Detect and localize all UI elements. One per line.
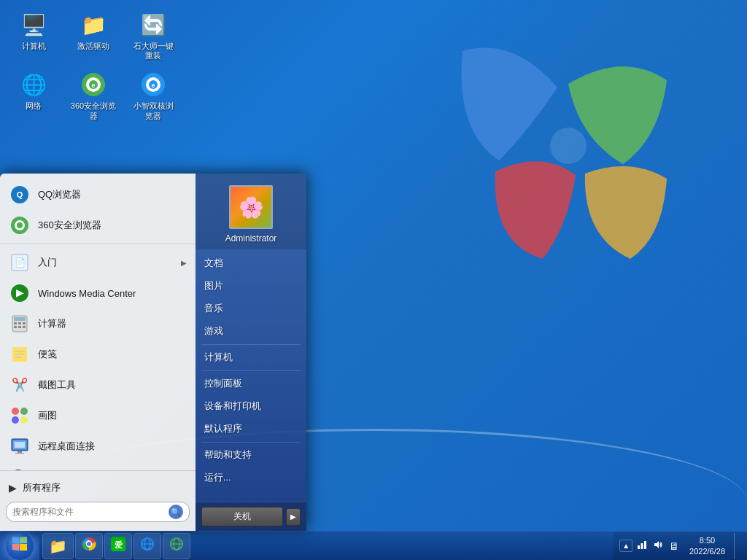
- network-tray-icon[interactable]: [635, 538, 649, 553]
- wmc-label: Windows Media Center: [38, 288, 187, 299]
- 360browser-icon: e: [79, 70, 108, 99]
- desktop-icon-reinstall[interactable]: 🔄 石大师一键重装: [127, 7, 179, 63]
- svg-text:▶: ▶: [16, 287, 24, 298]
- computer-icon: 🖥️: [19, 10, 48, 39]
- right-menu-music[interactable]: 音乐: [196, 298, 306, 320]
- menu-item-magnifier[interactable]: 放大镜: [0, 462, 196, 470]
- start-menu: Q QQ浏览器 360安全浏览器: [0, 174, 306, 531]
- all-programs-label: 所有程序: [23, 481, 61, 494]
- wmc-icon: ▶: [9, 282, 31, 304]
- intro-arrow: ▶: [181, 259, 187, 267]
- shutdown-button[interactable]: 关机: [201, 507, 283, 526]
- right-divider-3: [201, 442, 301, 443]
- svg-rect-19: [14, 317, 26, 321]
- all-programs-item[interactable]: ▶ 所有程序: [0, 477, 196, 499]
- start-button[interactable]: [0, 532, 39, 561]
- menu-item-wmc[interactable]: ▶ Windows Media Center: [0, 278, 196, 308]
- activate-label: 激活驱动: [77, 42, 109, 51]
- calculator-icon: [9, 313, 31, 335]
- svg-point-31: [12, 408, 19, 415]
- snip-label: 截图工具: [38, 378, 187, 392]
- svg-text:爱: 爱: [115, 540, 123, 549]
- svg-point-0: [550, 128, 587, 164]
- menu-item-qq-browser[interactable]: Q QQ浏览器: [0, 179, 196, 210]
- menu-item-snip[interactable]: ✂️ 截图工具: [0, 370, 196, 400]
- chrome-icon: [82, 537, 96, 555]
- network-icon: 🌐: [19, 70, 48, 99]
- network-label: 网络: [26, 101, 42, 111]
- start-menu-left: Q QQ浏览器 360安全浏览器: [0, 174, 196, 531]
- start-menu-programs: Q QQ浏览器 360安全浏览器: [0, 174, 196, 470]
- menu-item-360browser[interactable]: 360安全浏览器: [0, 210, 196, 241]
- user-name-label: Administrator: [225, 233, 277, 244]
- right-menu-help[interactable]: 帮助和支持: [196, 444, 306, 467]
- tray-expand-button[interactable]: ▲: [619, 540, 632, 552]
- show-desktop-button[interactable]: [734, 533, 741, 559]
- svg-point-32: [20, 408, 28, 415]
- rdp-label: 远程桌面连接: [38, 440, 187, 453]
- start-orb: [6, 532, 34, 560]
- ie1-icon: [140, 537, 155, 555]
- svg-rect-20: [14, 322, 17, 324]
- desktop-icon-row-2: 🌐 网络 e 360安全浏览器: [7, 67, 179, 123]
- search-input[interactable]: [12, 507, 164, 517]
- desktop-icon-row-1: 🖥️ 计算机 📁 激活驱动 🔄 石大师一键重装: [7, 7, 179, 63]
- svg-text:📄: 📄: [15, 257, 26, 268]
- user-avatar[interactable]: 🌸: [229, 185, 273, 229]
- shutdown-options-button[interactable]: ▶: [286, 508, 301, 526]
- activate-icon: 📁: [79, 10, 108, 39]
- desktop-icon-xiaozhi[interactable]: e 小智双核浏览器: [127, 67, 179, 123]
- right-menu-defaults[interactable]: 默认程序: [196, 418, 306, 440]
- menu-item-calculator[interactable]: 计算器: [0, 308, 196, 339]
- right-menu-items: 文档 图片 音乐 游戏 计算机 控制面板: [196, 249, 306, 502]
- search-button[interactable]: 🔍: [169, 505, 183, 519]
- svg-point-13: [17, 222, 23, 228]
- menu-item-notepad[interactable]: 便笺: [0, 339, 196, 370]
- svg-text:✂️: ✂️: [12, 377, 28, 393]
- svg-text:e: e: [91, 82, 95, 89]
- display-tray-icon[interactable]: 🖥: [667, 539, 681, 553]
- search-bar: 🔍: [6, 502, 190, 522]
- qq-browser-icon: Q: [9, 184, 31, 206]
- start-menu-right: 🌸 Administrator 文档 图片 音乐 游戏: [196, 174, 306, 531]
- start-menu-bottom: ▶ 所有程序 🔍: [0, 470, 196, 531]
- svg-point-46: [87, 542, 91, 546]
- clock-time: 8:50: [700, 535, 715, 545]
- shutdown-bar: 关机 ▶: [196, 502, 306, 531]
- rdp-icon: [9, 435, 31, 457]
- right-menu-computer[interactable]: 计算机: [196, 346, 306, 369]
- intro-icon: 📄: [9, 252, 31, 273]
- 360browser-menu-label: 360安全浏览器: [38, 219, 187, 232]
- desktop-icon-network[interactable]: 🌐 网络: [7, 67, 60, 123]
- clock-date: 2022/6/28: [689, 546, 725, 556]
- volume-tray-icon[interactable]: [651, 538, 665, 553]
- taskbar-app-explorer[interactable]: 📁: [42, 533, 74, 559]
- right-menu-games[interactable]: 游戏: [196, 320, 306, 343]
- taskbar-app-iqiyi[interactable]: 爱: [104, 533, 132, 559]
- svg-rect-56: [641, 543, 643, 549]
- menu-item-rdp[interactable]: 远程桌面连接: [0, 431, 196, 462]
- right-menu-docs[interactable]: 文档: [196, 252, 306, 275]
- right-menu-devices[interactable]: 设备和打印机: [196, 395, 306, 418]
- menu-item-intro[interactable]: 📄 入门 ▶: [0, 247, 196, 278]
- desktop-icon-activate[interactable]: 📁 激活驱动: [67, 7, 120, 63]
- desktop: 🖥️ 计算机 📁 激活驱动 🔄 石大师一键重装 🌐 网络: [0, 0, 747, 560]
- svg-rect-37: [15, 453, 24, 454]
- desktop-icon-360browser[interactable]: e 360安全浏览器: [67, 67, 120, 123]
- desktop-icon-computer[interactable]: 🖥️ 计算机: [7, 7, 60, 63]
- right-menu-pics[interactable]: 图片: [196, 275, 306, 298]
- notepad-icon: [9, 343, 31, 365]
- right-menu-run[interactable]: 运行...: [196, 467, 306, 489]
- menu-item-paint[interactable]: 画图: [0, 400, 196, 431]
- system-clock[interactable]: 8:50 2022/6/28: [684, 535, 731, 556]
- ie2-icon: [169, 537, 184, 555]
- taskbar-app-chrome[interactable]: [75, 533, 103, 559]
- right-menu-control[interactable]: 控制面板: [196, 373, 306, 395]
- right-divider-2: [201, 370, 301, 371]
- taskbar-app-ie1[interactable]: [133, 533, 161, 559]
- taskbar-app-ie2[interactable]: [163, 533, 190, 559]
- reinstall-label: 石大师一键重装: [130, 42, 177, 61]
- svg-rect-24: [18, 326, 21, 328]
- 360browser-menu-icon: [9, 214, 31, 236]
- all-programs-arrow-icon: ▶: [9, 482, 17, 494]
